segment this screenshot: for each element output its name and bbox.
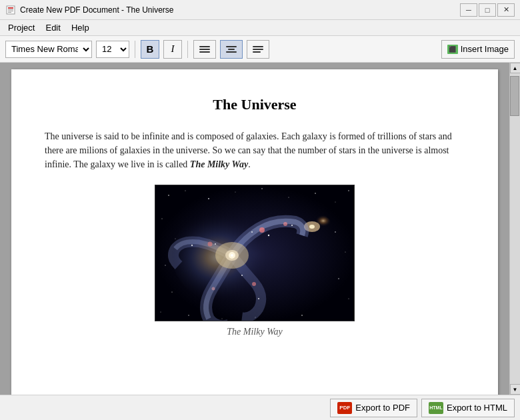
galaxy-svg: [155, 185, 355, 321]
svg-point-10: [261, 188, 262, 189]
font-size-select[interactable]: 8 10 11 12 14 16 18 24: [96, 41, 129, 58]
svg-point-21: [345, 252, 346, 253]
svg-point-44: [215, 243, 216, 245]
menu-edit[interactable]: Edit: [40, 21, 65, 34]
align-center-button[interactable]: [220, 40, 243, 59]
svg-point-14: [348, 190, 349, 191]
align-justify-button[interactable]: [247, 40, 269, 59]
body-text-italic: The Milky Way: [190, 159, 248, 169]
document-page: The Universe The universe is said to be …: [11, 69, 498, 395]
export-pdf-button[interactable]: PDF Export to PDF: [330, 399, 417, 417]
font-family-select[interactable]: Times New Roman Arial Courier New Georgi…: [5, 41, 92, 58]
export-pdf-label: Export to PDF: [355, 403, 410, 413]
pdf-icon: PDF: [337, 402, 352, 414]
document-title: The Universe: [45, 96, 465, 113]
svg-point-17: [165, 265, 165, 265]
scrollbar[interactable]: ▲ ▼: [509, 63, 520, 395]
svg-point-20: [335, 231, 336, 233]
toolbar-separator-2: [187, 41, 188, 58]
svg-point-13: [335, 202, 336, 203]
svg-point-22: [338, 278, 339, 279]
window-controls: ─ □ ✕: [460, 3, 515, 17]
document-area[interactable]: The Universe The universe is said to be …: [0, 63, 509, 395]
svg-rect-2: [8, 9, 13, 10]
svg-point-25: [222, 319, 223, 319]
align-center-icon: [223, 43, 239, 55]
align-left-button[interactable]: [193, 40, 216, 59]
export-html-button[interactable]: HTML Export to HTML: [421, 399, 515, 417]
menu-help[interactable]: Help: [66, 21, 95, 34]
svg-point-43: [291, 225, 293, 226]
image-container: The Milky Way: [45, 185, 465, 337]
maximize-button[interactable]: □: [479, 3, 496, 17]
svg-point-19: [161, 312, 161, 313]
bold-button[interactable]: B: [141, 40, 159, 59]
minimize-button[interactable]: ─: [460, 3, 477, 17]
image-icon: ⬛: [447, 45, 458, 54]
svg-point-27: [301, 315, 303, 316]
svg-point-11: [288, 197, 289, 197]
scroll-up-arrow[interactable]: ▲: [510, 63, 521, 73]
menu-project[interactable]: Project: [3, 21, 40, 34]
menubar: Project Edit Help: [0, 20, 520, 36]
svg-point-40: [231, 254, 233, 257]
svg-rect-3: [8, 11, 13, 11]
svg-point-46: [241, 275, 243, 276]
insert-image-button[interactable]: ⬛ Insert Image: [441, 40, 515, 59]
svg-point-15: [161, 218, 162, 219]
titlebar: Create New PDF Document - The Universe ─…: [0, 0, 520, 20]
svg-point-42: [251, 231, 253, 233]
galaxy-image: [155, 185, 355, 321]
image-caption: The Milky Way: [227, 327, 282, 337]
scroll-down-arrow[interactable]: ▼: [510, 384, 521, 395]
scroll-thumb[interactable]: [510, 76, 519, 116]
align-left-icon: [197, 43, 213, 55]
main-area: The Universe The universe is said to be …: [0, 63, 520, 395]
svg-point-8: [208, 198, 209, 199]
svg-rect-1: [8, 7, 13, 9]
italic-button[interactable]: I: [163, 40, 182, 59]
svg-point-23: [348, 298, 349, 299]
body-text-end: .: [248, 159, 251, 169]
svg-point-24: [188, 315, 189, 315]
svg-point-9: [235, 192, 236, 193]
align-justify-icon: [250, 43, 266, 55]
svg-point-41: [268, 235, 269, 236]
svg-point-47: [258, 298, 259, 299]
svg-rect-4: [8, 12, 11, 13]
window-title: Create New PDF Document - The Universe: [20, 5, 460, 15]
svg-point-30: [309, 225, 315, 229]
svg-point-32: [283, 222, 287, 226]
document-body: The universe is said to be infinite and …: [45, 129, 465, 171]
svg-point-12: [315, 193, 316, 194]
html-icon: HTML: [429, 402, 443, 414]
app-icon: [5, 5, 16, 15]
svg-point-6: [168, 195, 169, 196]
toolbar-separator-1: [135, 41, 135, 58]
export-html-label: Export to HTML: [447, 403, 507, 413]
insert-image-label: Insert Image: [461, 44, 509, 54]
scroll-track[interactable]: [510, 73, 520, 384]
toolbar: Times New Roman Arial Courier New Georgi…: [0, 36, 520, 63]
close-button[interactable]: ✕: [497, 3, 515, 17]
svg-point-45: [191, 245, 193, 246]
svg-point-18: [171, 291, 172, 292]
bottom-bar: PDF Export to PDF HTML Export to HTML: [0, 395, 520, 420]
svg-point-7: [185, 190, 185, 191]
